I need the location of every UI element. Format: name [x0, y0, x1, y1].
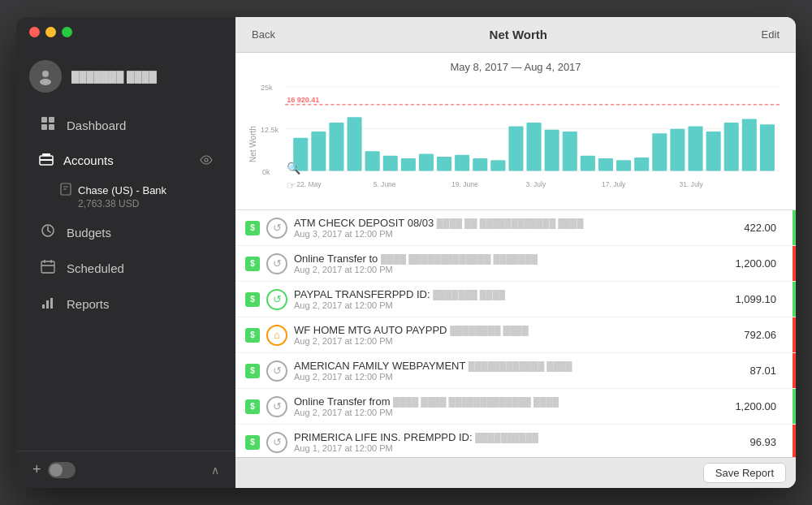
tx-status-icon: ↺: [266, 360, 287, 382]
svg-rect-36: [508, 126, 523, 170]
transaction-row[interactable]: $ ↺ Online Transfer from ████ ████ █████…: [235, 389, 796, 425]
transaction-row[interactable]: $ ↺ PAYPAL TRANSFERPPD ID: ███████ ████ …: [235, 282, 796, 317]
sidebar-item-accounts[interactable]: Accounts: [23, 144, 229, 177]
svg-rect-5: [49, 124, 54, 130]
svg-rect-30: [401, 158, 416, 170]
transaction-row[interactable]: $ ↺ ATM CHECK DEPOSIT 08/03 ████ ██ ████…: [235, 210, 796, 246]
chevron-up-icon[interactable]: ∧: [211, 464, 219, 477]
svg-rect-42: [616, 160, 631, 170]
tx-color-bar: [793, 353, 796, 388]
tx-info: PAYPAL TRANSFERPPD ID: ███████ ████ Aug …: [294, 288, 728, 310]
zoom-icon[interactable]: 🔍: [287, 162, 300, 175]
svg-rect-47: [706, 132, 721, 171]
svg-rect-33: [455, 155, 469, 171]
tx-info: WF HOME MTG AUTO PAYPPD ████████ ████ Au…: [294, 324, 737, 346]
tx-info: AMERICAN FAMILY WEBPAYMENT ████████████ …: [294, 360, 743, 382]
sidebar-item-reports[interactable]: Reports: [23, 287, 229, 322]
sidebar-footer: + ∧: [16, 451, 235, 488]
tx-color-bar: [793, 317, 796, 352]
minimize-button[interactable]: [45, 27, 56, 37]
tx-info: PRIMERICA LIFE INS. PREMPPD ID: ████████…: [294, 431, 743, 453]
tx-color-bar: [793, 389, 796, 424]
svg-rect-8: [40, 159, 53, 161]
tx-date: Aug 2, 2017 at 12:00 PM: [294, 300, 728, 310]
reports-icon: [39, 295, 57, 313]
svg-rect-28: [365, 151, 380, 170]
svg-text:31. July: 31. July: [679, 180, 703, 188]
svg-rect-25: [311, 132, 326, 171]
tx-info: ATM CHECK DEPOSIT 08/03 ████ ██ ████████…: [294, 217, 737, 239]
tx-color-bar: [793, 246, 796, 281]
accounts-label: Accounts: [63, 153, 114, 167]
tx-left-icon: $: [245, 257, 260, 271]
dashboard-label: Dashboard: [67, 119, 126, 132]
tx-name: ATM CHECK DEPOSIT 08/03 ████ ██ ████████…: [294, 217, 737, 229]
svg-rect-32: [437, 157, 451, 171]
transaction-row[interactable]: $ ↺ PRIMERICA LIFE INS. PREMPPD ID: ████…: [235, 425, 796, 457]
svg-rect-15: [50, 298, 53, 309]
svg-rect-3: [49, 117, 54, 123]
eye-icon[interactable]: [200, 154, 213, 167]
app-window: ███████ ████ Dashboard: [16, 17, 796, 488]
svg-rect-40: [581, 156, 595, 171]
scheduled-icon: [39, 259, 57, 278]
tx-amount: 1,200.00: [735, 257, 776, 270]
tx-name: Online Transfer from ████ ████ █████████…: [294, 395, 728, 408]
save-report-button[interactable]: Save Report: [703, 463, 786, 483]
tx-date: Aug 2, 2017 at 12:00 PM: [294, 336, 737, 346]
sidebar-navigation: Dashboard Accounts: [16, 101, 235, 451]
transaction-row[interactable]: $ ↺ AMERICAN FAMILY WEBPAYMENT █████████…: [235, 353, 796, 389]
edit-button[interactable]: Edit: [745, 17, 796, 53]
svg-point-1: [40, 79, 51, 85]
tx-name: AMERICAN FAMILY WEBPAYMENT ████████████ …: [294, 360, 743, 372]
svg-rect-44: [652, 133, 667, 170]
reports-label: Reports: [67, 297, 110, 311]
sidebar-item-dashboard[interactable]: Dashboard: [23, 108, 229, 143]
sidebar-item-budgets[interactable]: Budgets: [23, 215, 229, 250]
back-button[interactable]: Back: [235, 17, 292, 53]
bottom-bar: Save Report: [235, 457, 796, 488]
tx-left-icon: $: [245, 328, 260, 343]
y-axis-label: Net Worth: [248, 80, 257, 209]
chart-inner: 25k 12.5k 0k 16 920.41: [261, 80, 783, 209]
tx-left-icon: $: [245, 435, 260, 450]
svg-rect-4: [41, 124, 47, 130]
tx-status-icon: ↺: [266, 218, 287, 239]
svg-rect-2: [41, 117, 47, 123]
svg-rect-39: [563, 132, 577, 171]
svg-text:3. July: 3. July: [526, 180, 546, 188]
tx-name: Online Transfer to ████ █████████████ ██…: [294, 252, 728, 265]
tx-info: Online Transfer from ████ ████ █████████…: [294, 395, 728, 417]
tx-color-bar: [793, 425, 796, 457]
chart-area: May 8, 2017 — Aug 4, 2017 Net Worth 25k …: [235, 53, 796, 210]
account-name: Chase (US) - Bank: [78, 184, 166, 196]
tx-amount: 422.00: [744, 222, 776, 234]
budgets-label: Budgets: [67, 226, 111, 240]
main-content: Back Net Worth Edit May 8, 2017 — Aug 4,…: [235, 17, 796, 488]
tx-date: Aug 2, 2017 at 12:00 PM: [294, 265, 728, 274]
maximize-button[interactable]: [62, 27, 72, 37]
tx-name: PAYPAL TRANSFERPPD ID: ███████ ████: [294, 288, 728, 300]
svg-text:19. June: 19. June: [451, 180, 478, 188]
dashboard-icon: [39, 116, 57, 135]
close-button[interactable]: [29, 27, 40, 37]
svg-rect-27: [347, 117, 361, 170]
svg-rect-31: [419, 154, 434, 171]
transaction-row[interactable]: $ ↺ Online Transfer to ████ ████████████…: [235, 246, 796, 282]
svg-rect-12: [41, 261, 54, 273]
svg-rect-35: [490, 160, 505, 170]
svg-text:5. June: 5. June: [374, 180, 396, 188]
account-chase[interactable]: Chase (US) - Bank 2,763.38 USD: [16, 178, 235, 214]
file-icon: [60, 183, 71, 198]
chart-date-range: May 8, 2017 — Aug 4, 2017: [248, 61, 783, 73]
transaction-row[interactable]: $ ⌂ WF HOME MTG AUTO PAYPPD ████████ ███…: [235, 317, 796, 353]
add-button[interactable]: +: [32, 461, 41, 478]
svg-rect-29: [383, 156, 398, 171]
toggle-switch[interactable]: [48, 462, 76, 478]
sidebar-item-scheduled[interactable]: Scheduled: [23, 251, 229, 286]
account-balance: 2,763.38 USD: [78, 198, 219, 209]
chart-svg: 25k 12.5k 0k 16 920.41: [261, 80, 783, 209]
tx-amount: 792.06: [744, 329, 776, 341]
pointer-icon[interactable]: ☞: [287, 179, 300, 192]
sidebar-header: ███████ ████: [16, 47, 235, 101]
